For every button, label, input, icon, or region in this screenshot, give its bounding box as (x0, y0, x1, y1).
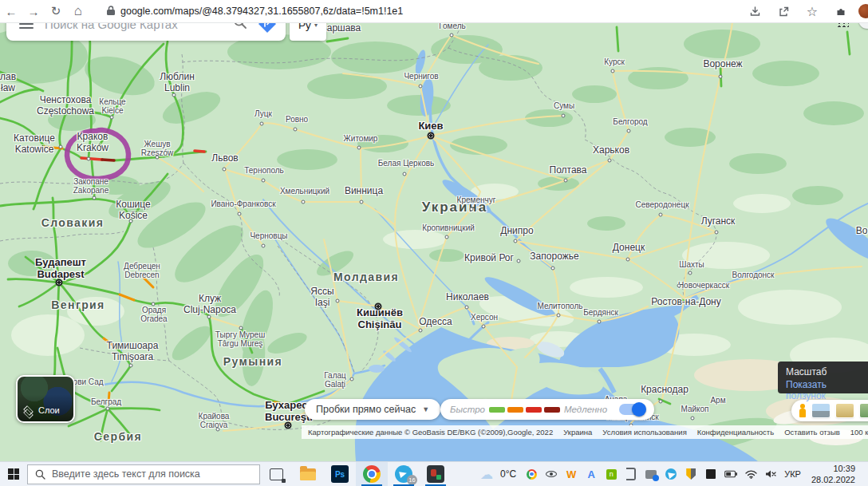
pegman-icon[interactable] (799, 404, 806, 417)
chrome-button[interactable] (356, 462, 388, 486)
legend-slow-label: Медленно (564, 405, 607, 414)
windows-taskbar: Введите здесь текст для поиска Ps 16 ☁ 0… (0, 461, 868, 486)
attribution-feedback-link[interactable]: Оставить отзыв (784, 428, 840, 437)
screen: ← → ↻ ⌂ google.com/maps/@48.3794327,31.1… (0, 0, 868, 486)
system-tray: ☁ 0°C W A n УКР 10:39 28.02.2 (480, 463, 868, 486)
nvidia-tray-icon[interactable]: n (605, 468, 617, 480)
back-icon[interactable]: ← (0, 2, 22, 20)
profile-avatar[interactable] (858, 4, 868, 18)
attribution-terms-link[interactable]: Условия использования (602, 428, 686, 437)
game-app-icon (427, 465, 444, 483)
download-icon[interactable] (744, 2, 766, 20)
imagery-thumbnail[interactable] (836, 404, 854, 417)
traffic-dropdown[interactable]: Пробки прямо сейчас ▼ (305, 399, 440, 420)
clock-date: 28.02.2022 (811, 474, 855, 485)
share-icon[interactable] (772, 2, 795, 20)
traffic-swatch (507, 407, 523, 413)
defender-shield-icon[interactable] (685, 468, 697, 480)
wifi-icon[interactable] (744, 468, 757, 480)
clamp-tray-icon[interactable] (625, 468, 637, 480)
forward-icon[interactable]: → (22, 2, 45, 20)
windows-logo-icon (8, 468, 19, 480)
file-explorer-button[interactable] (292, 462, 324, 486)
a-app-tray-icon[interactable]: A (585, 468, 598, 480)
extensions-puzzle-icon[interactable] (830, 2, 852, 20)
game-app-button[interactable] (420, 462, 452, 486)
photoshop-icon: Ps (331, 465, 349, 483)
photoshop-button[interactable]: Ps (324, 462, 356, 486)
telegram-tray-icon[interactable] (665, 468, 677, 480)
w-app-tray-icon[interactable]: W (565, 468, 578, 480)
telegram-badge: 16 (407, 475, 417, 485)
map-graphics (0, 22, 868, 461)
tooltip-title: Масштаб (786, 366, 865, 377)
folder-icon (300, 468, 316, 480)
traffic-swatch (489, 407, 505, 413)
scale-tooltip: Масштаб Показать ползунок (778, 362, 868, 393)
chrome-icon (363, 465, 381, 483)
tooltip-show-slider-link[interactable]: Показать ползунок (786, 379, 865, 401)
input-language-indicator[interactable]: УКР (784, 469, 801, 479)
traffic-swatch (526, 407, 542, 413)
traffic-swatch (544, 407, 560, 413)
address-bar[interactable]: google.com/maps/@48.3794327,31.1655807,6… (107, 4, 744, 18)
attribution-data: Картографические данные © GeoBasis DE/BK… (308, 428, 553, 437)
weather-cloud-icon[interactable]: ☁ (480, 468, 493, 480)
clock-time: 10:39 (811, 463, 855, 474)
traffic-color-scale (489, 407, 560, 413)
scale-label: 100 км (850, 428, 868, 437)
chevron-down-icon: ▼ (422, 405, 429, 413)
task-view-button[interactable] (260, 462, 292, 486)
legend-fast-label: Быстро (450, 405, 485, 414)
imagery-thumbnail[interactable] (812, 404, 830, 417)
attribution-region-link[interactable]: Украина (563, 428, 592, 437)
window-tray-icon[interactable] (704, 468, 717, 480)
camera-tray-icon[interactable] (645, 468, 657, 480)
clock[interactable]: 10:39 28.02.2022 (811, 463, 855, 486)
browser-toolbar: ← → ↻ ⌂ google.com/maps/@48.3794327,31.1… (0, 0, 868, 23)
bookmark-star-icon[interactable]: ☆ (801, 2, 823, 20)
reload-icon[interactable]: ↻ (45, 2, 67, 20)
layers-icon (23, 406, 33, 416)
weather-temp[interactable]: 0°C (500, 468, 516, 480)
traffic-dropdown-label: Пробки прямо сейчас (316, 404, 416, 415)
chrome-tray-icon[interactable] (525, 468, 538, 480)
taskbar-search-placeholder: Введите здесь текст для поиска (52, 468, 200, 480)
home-icon[interactable]: ⌂ (67, 2, 89, 20)
url-text: google.com/maps/@48.3794327,31.1655807,6… (120, 6, 403, 17)
battery-icon[interactable] (724, 468, 737, 480)
layers-label: Слои (38, 405, 60, 415)
pegman-bar (791, 400, 868, 421)
map-attribution: Картографические данные © GeoBasis DE/BK… (302, 425, 868, 439)
volume-muted-icon[interactable] (764, 468, 777, 480)
imagery-thumbnail[interactable] (860, 404, 868, 417)
eye-tray-icon[interactable] (545, 468, 558, 480)
map-canvas[interactable]: ВаршаваГомельЛюблинLublinлавławЧенстохов… (0, 22, 868, 461)
start-button[interactable] (0, 462, 27, 486)
search-icon (35, 469, 45, 480)
attribution-privacy-link[interactable]: Конфиденциальность (697, 428, 774, 437)
lock-icon (107, 4, 115, 18)
telegram-button[interactable]: 16 (388, 462, 420, 486)
traffic-toggle[interactable] (619, 404, 645, 415)
task-view-icon (270, 468, 283, 480)
layers-button[interactable]: Слои (16, 375, 75, 423)
traffic-legend: Быстро Медленно (440, 399, 654, 420)
taskbar-search-input[interactable]: Введите здесь текст для поиска (27, 464, 260, 484)
